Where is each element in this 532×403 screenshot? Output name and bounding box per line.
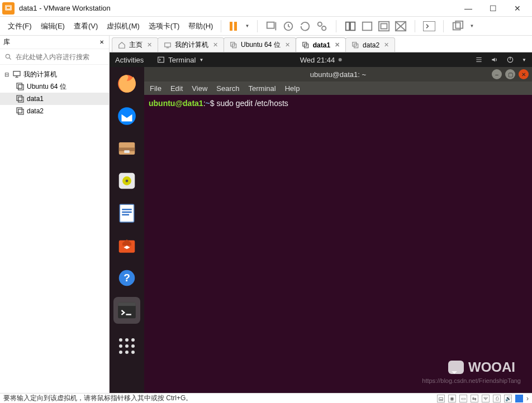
tab-close-button[interactable]: ✕	[335, 41, 340, 49]
svg-rect-6	[346, 22, 349, 30]
pause-vm-button[interactable]	[227, 20, 239, 32]
terminal-close-button[interactable]: ✕	[519, 69, 529, 79]
window-maximize-button[interactable]: ☐	[481, 0, 505, 17]
activities-button[interactable]: Activities	[115, 56, 144, 64]
stretch-dropdown-caret-icon[interactable]: ▼	[469, 23, 474, 28]
status-printer-icon[interactable]: ⎙	[493, 395, 501, 402]
files-icon	[116, 138, 137, 159]
ubuntu-software-icon	[116, 235, 137, 256]
launcher-thunderbird[interactable]	[113, 103, 140, 129]
tab-label: data1	[313, 41, 330, 49]
launcher-software-center[interactable]	[113, 232, 140, 259]
send-button[interactable]	[265, 20, 278, 32]
guest-screen[interactable]: Activities Terminal ▼ Wed 21:44 ▼	[110, 52, 532, 393]
status-usb-icon[interactable]: Ψ	[482, 395, 490, 402]
snapshot-button[interactable]	[282, 20, 294, 32]
notification-dot-icon	[338, 58, 341, 61]
status-network-icon[interactable]: ⇆	[471, 395, 478, 402]
launcher-files[interactable]	[113, 135, 140, 162]
window-minimize-button[interactable]: —	[456, 0, 481, 17]
status-display-icon[interactable]	[515, 395, 523, 402]
snapshot-manager-button[interactable]	[316, 20, 328, 32]
window-titlebar: data1 - VMware Workstation — ☐ ✕	[0, 0, 532, 17]
sidebar-close-button[interactable]: ✕	[98, 39, 106, 46]
terminal-menu-edit[interactable]: Edit	[170, 84, 183, 93]
menu-edit[interactable]: 编辑(E)	[36, 19, 69, 33]
vm-icon	[230, 41, 238, 49]
svg-rect-41	[122, 212, 131, 213]
svg-point-5	[322, 26, 326, 30]
stretch-guest-button[interactable]	[452, 20, 464, 32]
separator	[221, 20, 221, 32]
vm-icon	[16, 107, 25, 116]
active-app-menu[interactable]: Terminal ▼	[157, 56, 203, 64]
svg-rect-20	[17, 108, 22, 113]
tab-close-button[interactable]: ✕	[285, 41, 290, 49]
status-floppy-icon[interactable]: ▭	[459, 395, 467, 402]
svg-text:?: ?	[124, 272, 130, 284]
clock[interactable]: Wed 21:44	[300, 56, 342, 64]
tree-vm-ubuntu[interactable]: Ubuntu 64 位	[0, 80, 109, 93]
power-dropdown-caret-icon[interactable]: ▼	[245, 23, 249, 28]
revert-snapshot-button[interactable]	[299, 20, 311, 32]
terminal-menu-help[interactable]: Help	[285, 84, 300, 93]
tab-ubuntu[interactable]: Ubuntu 64 位 ✕	[224, 37, 296, 52]
tab-data1[interactable]: data1 ✕	[296, 37, 346, 52]
collapse-icon[interactable]: ⊟	[3, 71, 10, 78]
terminal-window-titlebar[interactable]: ubuntu@data1: ~ – ▢ ✕	[144, 67, 532, 81]
svg-rect-2	[267, 22, 274, 28]
launcher-show-apps[interactable]	[113, 333, 140, 359]
library-search-input[interactable]	[15, 52, 107, 61]
launcher-help[interactable]: ?	[113, 265, 140, 291]
terminal-menu-search[interactable]: Search	[216, 84, 239, 93]
tab-home[interactable]: 主页 ✕	[112, 37, 158, 52]
view-console-button[interactable]	[361, 20, 373, 32]
status-hdd-icon[interactable]: 🖴	[437, 395, 445, 402]
menu-tabs[interactable]: 选项卡(T)	[144, 19, 184, 33]
tree-vm-data2[interactable]: data2	[0, 105, 109, 117]
system-menu-caret-icon[interactable]: ▼	[522, 57, 526, 63]
rhythmbox-icon	[116, 170, 137, 191]
terminal-body[interactable]: ubuntu@data1:~$ sudo gedit /etc/hosts	[144, 95, 532, 393]
console-view-button[interactable]	[423, 21, 435, 31]
tab-my-computer[interactable]: 我的计算机 ✕	[158, 37, 224, 52]
tab-data2[interactable]: data2 ✕	[345, 37, 395, 52]
view-unity-button[interactable]	[395, 20, 407, 32]
launcher-terminal[interactable]	[113, 297, 140, 324]
power-icon[interactable]	[506, 56, 514, 64]
volume-icon[interactable]	[491, 56, 498, 64]
status-sound-icon[interactable]: 🔊	[504, 395, 512, 402]
menu-view[interactable]: 查看(V)	[69, 19, 102, 33]
tab-close-button[interactable]: ✕	[147, 41, 152, 49]
svg-rect-40	[122, 209, 131, 210]
terminal-minimize-button[interactable]: –	[492, 69, 502, 79]
tree-vm-data1[interactable]: data1	[0, 93, 109, 105]
tree-root-my-computer[interactable]: ⊟ 我的计算机	[0, 68, 109, 80]
menu-help[interactable]: 帮助(H)	[184, 19, 217, 33]
library-sidebar: 库 ✕ ⊟ 我的计算机 Ubuntu 64 位 data1 data2	[0, 36, 110, 393]
chevron-right-icon[interactable]: ›	[526, 395, 529, 402]
view-fullscreen-button[interactable]	[378, 20, 390, 32]
tab-close-button[interactable]: ✕	[213, 41, 218, 49]
active-app-label: Terminal	[168, 56, 196, 64]
svg-point-4	[318, 22, 322, 26]
menu-vm[interactable]: 虚拟机(M)	[102, 19, 144, 33]
status-cd-icon[interactable]: ◉	[448, 395, 456, 402]
network-icon[interactable]	[475, 56, 483, 64]
window-close-button[interactable]: ✕	[505, 0, 530, 17]
launcher-libreoffice[interactable]	[113, 200, 140, 227]
vm-icon	[302, 41, 310, 49]
terminal-menu-terminal[interactable]: Terminal	[249, 84, 276, 93]
launcher-rhythmbox[interactable]	[113, 167, 140, 194]
terminal-menu-view[interactable]: View	[192, 84, 207, 93]
menu-file[interactable]: 文件(F)	[3, 19, 36, 33]
launcher-firefox[interactable]	[113, 70, 140, 97]
tab-close-button[interactable]: ✕	[384, 41, 389, 49]
thunderbird-icon	[116, 105, 137, 127]
svg-rect-39	[120, 204, 134, 222]
svg-rect-18	[17, 95, 22, 100]
terminal-menu-file[interactable]: File	[150, 84, 162, 93]
ubuntu-top-bar: Activities Terminal ▼ Wed 21:44 ▼	[110, 52, 532, 67]
view-single-button[interactable]	[344, 20, 357, 32]
terminal-maximize-button[interactable]: ▢	[505, 69, 515, 79]
